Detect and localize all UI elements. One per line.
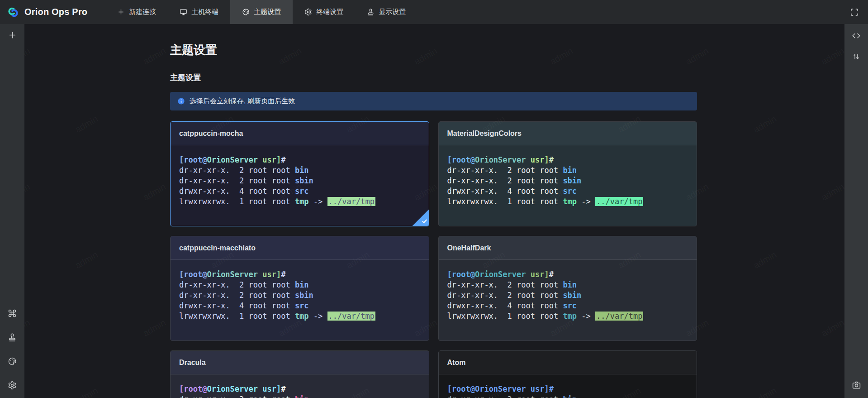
terminal-line: dr-xr-xr-x. 2 root root bin bbox=[179, 165, 420, 176]
theme-terminal-preview: [root@OrionServer usr]#dr-xr-xr-x. 2 roo… bbox=[439, 374, 697, 398]
theme-name: Dracula bbox=[179, 359, 206, 367]
theme-terminal-preview: [root@OrionServer usr]#dr-xr-xr-x. 2 roo… bbox=[171, 260, 429, 321]
tab-host-terminal[interactable]: 主机终端 bbox=[168, 0, 230, 24]
terminal-token: tmp bbox=[563, 312, 577, 321]
terminal-token: src bbox=[295, 301, 309, 310]
code-icon bbox=[852, 31, 861, 40]
theme-card[interactable]: MaterialDesignColors [root@OrionServer u… bbox=[438, 121, 697, 226]
terminal-prompt-line: [root@OrionServer usr]# bbox=[447, 269, 688, 280]
terminal-token: dr-xr-xr-x. 2 root root bbox=[447, 166, 563, 175]
terminal-token: dr-xr-xr-x. 2 root root bbox=[179, 280, 295, 289]
terminal-line: lrwxrwxrwx. 1 root root tmp -> ../var/tm… bbox=[179, 197, 420, 207]
terminal-token: bin bbox=[295, 280, 309, 289]
right-rail-bottom bbox=[852, 380, 861, 390]
navbar-right bbox=[847, 0, 868, 24]
terminal-token: sbin bbox=[563, 291, 581, 300]
theme-name: OneHalfDark bbox=[447, 244, 491, 252]
command-icon bbox=[8, 309, 17, 318]
terminal-token: dr-xr-xr-x. 2 root root bbox=[179, 166, 295, 175]
tab-display-settings[interactable]: 显示设置 bbox=[355, 0, 417, 24]
terminal-token: OrionServer bbox=[475, 384, 526, 393]
terminal-token: # bbox=[281, 384, 285, 393]
display-setting-button[interactable] bbox=[8, 333, 17, 342]
theme-name: catppuccin-macchiato bbox=[179, 244, 256, 252]
terminal-token: OrionServer bbox=[475, 270, 526, 279]
terminal-line: drwxr-xr-x. 4 root root src bbox=[179, 186, 420, 197]
terminal-prompt-line: [root@OrionServer usr]# bbox=[179, 155, 420, 165]
terminal-token: [root@ bbox=[447, 384, 475, 393]
tab-theme-settings[interactable]: 主题设置 bbox=[230, 0, 293, 24]
watermark-text: admin bbox=[820, 46, 844, 67]
terminal-token: dr-xr-xr-x. 2 root root bbox=[447, 280, 563, 289]
terminal-token: -> bbox=[309, 197, 327, 206]
nav-tabs: 新建连接主机终端主题设置终端设置显示设置 bbox=[105, 0, 417, 24]
theme-terminal-preview: [root@OrionServer usr]#dr-xr-xr-x. 2 roo… bbox=[439, 260, 697, 321]
terminal-token: src bbox=[563, 187, 577, 196]
theme-card[interactable]: catppuccin-macchiato [root@OrionServer u… bbox=[170, 236, 429, 341]
add-tab-button[interactable] bbox=[8, 30, 17, 40]
terminal-token: usr] bbox=[526, 384, 549, 393]
terminal-token: [root@ bbox=[447, 155, 475, 164]
command-snippet-button[interactable] bbox=[852, 31, 861, 40]
terminal-token: dr-xr-xr-x. 2 root root bbox=[447, 176, 563, 185]
top-navbar: Orion Ops Pro 新建连接主机终端主题设置终端设置显示设置 bbox=[0, 0, 868, 24]
transfer-list-button[interactable] bbox=[852, 52, 861, 61]
theme-card-header: Dracula bbox=[171, 351, 429, 374]
terminal-line: lrwxrwxrwx. 1 root root tmp -> ../var/tm… bbox=[447, 197, 688, 207]
info-icon bbox=[177, 97, 185, 105]
brand[interactable]: Orion Ops Pro bbox=[0, 0, 95, 24]
section-title: 主题设置 bbox=[170, 73, 697, 83]
terminal-token: dr-xr-xr-x. 2 root root bbox=[179, 291, 295, 300]
watermark-text: admin bbox=[820, 317, 844, 339]
terminal-prompt-line: [root@OrionServer usr]# bbox=[179, 384, 420, 394]
stamp-icon bbox=[367, 8, 375, 16]
terminal-token: lrwxrwxrwx. 1 root root bbox=[179, 312, 295, 321]
tab-label: 主题设置 bbox=[254, 8, 281, 16]
terminal-token: # bbox=[549, 155, 554, 164]
terminal-token: # bbox=[281, 270, 285, 279]
terminal-line: dr-xr-xr-x. 2 root root bin bbox=[447, 394, 688, 398]
screenshot-button[interactable] bbox=[852, 380, 861, 390]
terminal-token: sbin bbox=[563, 176, 581, 185]
terminal-token: sbin bbox=[295, 176, 313, 185]
terminal-token: tmp bbox=[295, 312, 309, 321]
terminal-token: dr-xr-xr-x. 2 root root bbox=[447, 291, 563, 300]
terminal-token: ../var/tmp bbox=[595, 197, 643, 206]
watermark-text: admin bbox=[141, 317, 168, 339]
fullscreen-button[interactable] bbox=[847, 5, 862, 19]
terminal-token: -> bbox=[309, 312, 327, 321]
alert-text: 选择后会立刻保存, 刷新页面后生效 bbox=[190, 97, 295, 105]
left-sidebar bbox=[0, 24, 24, 398]
terminal-token: # bbox=[549, 384, 554, 393]
watermark-text: admin bbox=[73, 114, 100, 135]
tab-new-connection[interactable]: 新建连接 bbox=[105, 0, 168, 24]
left-rail-top bbox=[8, 30, 17, 40]
terminal-token: dr-xr-xr-x. 2 root root bbox=[179, 395, 295, 398]
watermark-text: admin bbox=[752, 385, 778, 398]
right-rail-top bbox=[852, 31, 861, 61]
page-title: 主题设置 bbox=[170, 42, 697, 58]
theme-name: MaterialDesignColors bbox=[447, 129, 522, 138]
theme-card[interactable]: Atom [root@OrionServer usr]#dr-xr-xr-x. … bbox=[438, 350, 697, 398]
terminal-token: [root@ bbox=[179, 155, 207, 164]
tab-terminal-settings[interactable]: 终端设置 bbox=[293, 0, 355, 24]
theme-card[interactable]: OneHalfDark [root@OrionServer usr]#dr-xr… bbox=[438, 236, 697, 341]
theme-setting-button[interactable] bbox=[8, 357, 17, 366]
terminal-token: drwxr-xr-x. 4 root root bbox=[447, 187, 563, 196]
terminal-line: dr-xr-xr-x. 2 root root bin bbox=[447, 280, 688, 290]
terminal-line: lrwxrwxrwx. 1 root root tmp -> ../var/tm… bbox=[179, 311, 420, 321]
theme-name: catppuccin-mocha bbox=[179, 129, 243, 138]
settings-container: 主题设置 主题设置 选择后会立刻保存, 刷新页面后生效 catppuccin-m… bbox=[170, 24, 697, 398]
main-content: 主题设置 主题设置 选择后会立刻保存, 刷新页面后生效 catppuccin-m… bbox=[24, 24, 844, 398]
terminal-token: usr] bbox=[258, 155, 281, 164]
terminal-token: OrionServer bbox=[207, 155, 258, 164]
shortcut-keys-button[interactable] bbox=[8, 309, 17, 318]
terminal-line: drwxr-xr-x. 4 root root src bbox=[447, 301, 688, 311]
theme-card[interactable]: catppuccin-mocha [root@OrionServer usr]#… bbox=[170, 121, 429, 226]
terminal-setting-button[interactable] bbox=[8, 381, 17, 390]
terminal-token: OrionServer bbox=[475, 155, 526, 164]
watermark-text: admin bbox=[752, 114, 778, 135]
theme-card[interactable]: Dracula [root@OrionServer usr]#dr-xr-xr-… bbox=[170, 350, 429, 398]
watermark-text: admin bbox=[141, 46, 168, 67]
terminal-token: drwxr-xr-x. 4 root root bbox=[179, 301, 295, 310]
